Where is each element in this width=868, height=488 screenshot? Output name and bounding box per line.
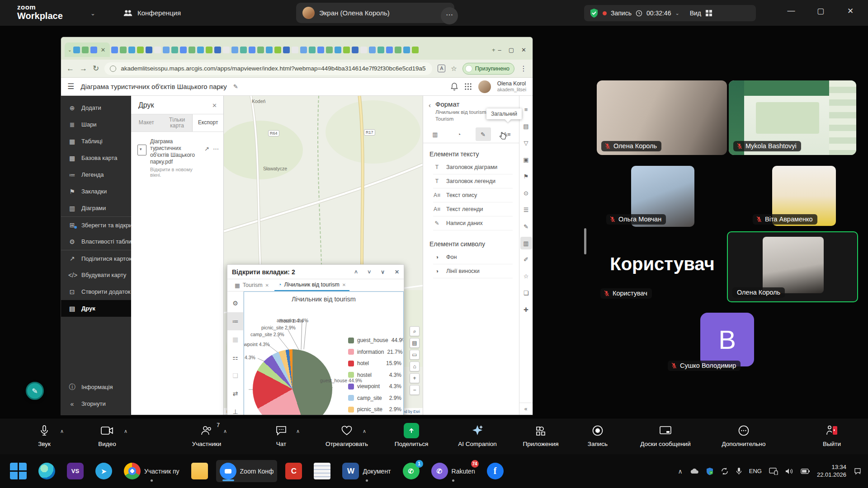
browser-minimize-icon[interactable]: – xyxy=(498,47,501,53)
bookmark-star-icon[interactable]: ☆ xyxy=(451,65,457,73)
format-tab-icon[interactable]: ✎ xyxy=(476,127,491,141)
browser-tab[interactable] xyxy=(335,47,341,53)
map-control-button[interactable]: + xyxy=(410,373,420,383)
tab-layout[interactable]: Макет xyxy=(131,114,162,131)
browser-tab[interactable] xyxy=(300,47,307,53)
format-item[interactable]: T Заголовок легенди xyxy=(433,174,513,188)
file-more-icon[interactable]: ⋯ xyxy=(213,145,219,178)
tab-close-icon[interactable]: ✕ xyxy=(342,282,346,287)
chart-window-header-icon[interactable]: ✕ xyxy=(395,269,399,275)
browser-tab[interactable] xyxy=(180,47,187,53)
format-item[interactable]: ◑ Фон xyxy=(433,250,513,264)
tray-chevron-icon[interactable]: ∧ xyxy=(678,468,683,475)
whiteboards-button[interactable]: Доски сообщений xyxy=(636,422,695,447)
format-tab-icon[interactable]: ◔ xyxy=(452,127,467,141)
tab-tourism-table[interactable]: ▦ Tourism ✕ xyxy=(231,279,273,291)
language-indicator[interactable]: ENG xyxy=(749,468,762,474)
apps-button[interactable]: Приложения xyxy=(511,422,570,447)
notification-center-icon[interactable] xyxy=(854,467,862,475)
browser-tab[interactable] xyxy=(214,47,221,53)
legend-row[interactable]: hotel 15.9% xyxy=(348,360,401,366)
forward-icon[interactable]: → xyxy=(80,64,87,73)
sidebar-item[interactable]: ≣ Шари xyxy=(61,116,131,133)
browser-tab[interactable] xyxy=(292,47,298,53)
chart-tool-icon[interactable]: ⇄ xyxy=(227,385,244,403)
right-strip-icon[interactable]: ▥ xyxy=(520,237,532,249)
tab-more-button[interactable]: ⋯ xyxy=(441,7,458,24)
timer-chevron-icon[interactable]: ⌄ xyxy=(675,10,679,16)
chart-tool-icon[interactable]: ⊥ xyxy=(227,403,244,415)
chart-tool-icon[interactable]: ⚏ xyxy=(227,348,244,366)
record-button[interactable]: Запись xyxy=(568,422,627,447)
tab-meeting[interactable]: Конференция xyxy=(123,0,181,26)
browser-close-icon[interactable]: ✕ xyxy=(521,47,526,53)
sidebar-item[interactable]: ⊞ Зберегти та відкрити xyxy=(61,216,131,233)
video-tile-olena[interactable]: Олена Король xyxy=(597,80,727,155)
taskbar-app[interactable]: VS xyxy=(63,460,87,482)
app-launcher-icon[interactable] xyxy=(464,83,472,90)
chart-window-header-icon[interactable]: ∨ xyxy=(381,269,385,275)
legend-row[interactable]: camp_site 2.9% xyxy=(348,395,401,401)
taskbar-app[interactable] xyxy=(6,460,30,482)
legend-row[interactable]: hostel 4.3% xyxy=(348,372,401,378)
browser-tab[interactable] xyxy=(274,47,281,53)
browser-tab[interactable] xyxy=(412,47,419,53)
chart-window-header[interactable]: Відкрити вкладки: 2 ˄˅∨✕ xyxy=(227,265,404,279)
browser-tab[interactable] xyxy=(240,47,247,53)
close-button[interactable]: ✕ xyxy=(844,6,857,16)
right-strip-icon[interactable]: ▤ xyxy=(520,118,532,135)
taskbar-app[interactable]: f xyxy=(483,460,507,482)
edit-title-icon[interactable]: ✎ xyxy=(233,83,238,90)
battery-icon[interactable] xyxy=(801,469,810,474)
browser-tab[interactable] xyxy=(128,47,135,53)
browser-maximize-icon[interactable]: ▢ xyxy=(509,47,514,53)
tab-tourism-chart[interactable]: ◔ Лічильник від tourism ✕ xyxy=(274,279,349,291)
chart-window-header-icon[interactable]: ˄ xyxy=(354,269,358,275)
browser-tab[interactable] xyxy=(326,47,333,53)
participants-options-chevron[interactable]: ∧ xyxy=(223,428,227,434)
taskbar-app[interactable]: Участник пу xyxy=(120,460,183,482)
browser-tab[interactable] xyxy=(137,47,144,53)
taskbar-app[interactable]: ➤ xyxy=(92,460,116,482)
sidebar-item[interactable]: </> Вбудувати карту xyxy=(61,267,131,283)
browser-tab[interactable] xyxy=(111,47,118,53)
browser-tab[interactable] xyxy=(283,47,290,53)
browser-tab[interactable] xyxy=(369,47,376,53)
browser-tab[interactable] xyxy=(249,47,255,53)
browser-tab[interactable] xyxy=(352,47,359,53)
browser-menu-icon[interactable]: ⋮ xyxy=(520,64,527,73)
sidebar-footer-item[interactable]: ⓘ Інформація xyxy=(61,379,131,395)
right-strip-icon[interactable]: ▽ xyxy=(520,135,532,151)
browser-tab[interactable] xyxy=(257,47,264,53)
taskbar-app[interactable]: Zoom Конф xyxy=(216,460,278,482)
address-bar[interactable]: akademlitseisspu.maps.arcgis.com/apps/ma… xyxy=(104,62,432,75)
open-in-new-icon[interactable]: ↗ xyxy=(204,145,209,178)
leave-button[interactable]: Выйти xyxy=(802,422,861,447)
clock[interactable]: 13:34 22.01.2026 xyxy=(817,464,846,479)
annotation-pencil-button[interactable]: ✎ xyxy=(26,382,44,400)
right-strip-icon[interactable]: ▣ xyxy=(520,151,532,168)
right-strip-icon[interactable]: ❏ xyxy=(520,285,532,301)
format-tab-icon[interactable]: ▥ xyxy=(428,127,443,141)
sidebar-item[interactable]: ⚑ Закладки xyxy=(61,183,131,200)
active-speaker-tile-olena[interactable]: Олена Король xyxy=(727,231,858,302)
map-control-button[interactable]: ▭ xyxy=(410,350,420,360)
browser-active-tab[interactable]: ⌄ ✕ xyxy=(65,42,110,57)
chat-options-chevron[interactable]: ∧ xyxy=(296,428,300,434)
ai-companion-button[interactable]: AI Companion xyxy=(448,422,507,447)
map-control-button[interactable]: ⌂ xyxy=(410,361,420,371)
collapse-strip-icon[interactable]: « xyxy=(519,403,533,412)
sidebar-item[interactable]: ▩ Базова карта xyxy=(61,150,131,166)
react-button[interactable]: ∧ Отреагировать xyxy=(317,422,376,447)
taskbar-app[interactable]: C xyxy=(282,460,306,482)
format-item[interactable]: T Заголовок діаграми xyxy=(433,160,513,174)
back-icon[interactable]: ← xyxy=(66,64,74,73)
participants-button[interactable]: 7∧ Участники xyxy=(177,422,236,447)
browser-tab[interactable] xyxy=(266,47,273,53)
right-strip-icon[interactable]: ✎ xyxy=(520,218,532,235)
right-strip-icon[interactable]: ✚ xyxy=(520,301,532,318)
cast-monitor-icon[interactable] xyxy=(769,468,778,475)
view-button[interactable]: Вид xyxy=(690,9,701,17)
legend-row[interactable]: picnic_site 2.9% xyxy=(348,406,401,413)
sidebar-item[interactable]: ↗ Поділитися картою xyxy=(61,250,131,267)
